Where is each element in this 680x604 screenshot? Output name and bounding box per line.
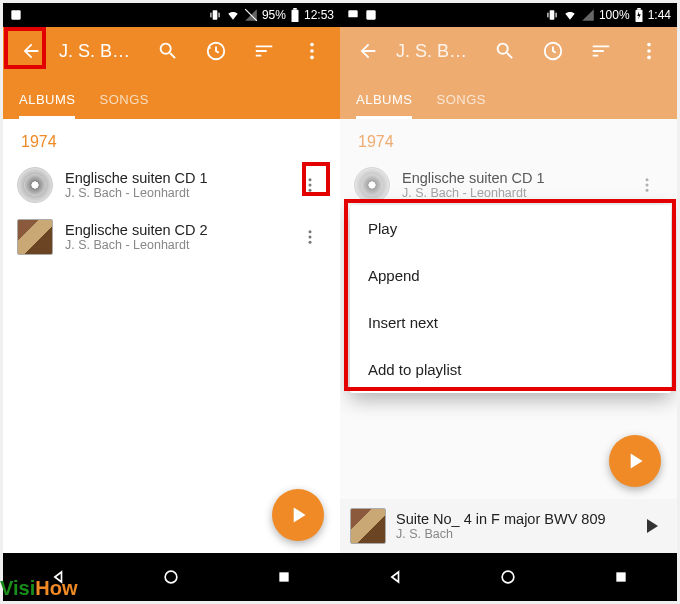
svg-point-8 [310,49,314,53]
history-button[interactable] [533,31,573,71]
back-button[interactable] [11,31,51,71]
svg-rect-24 [637,8,641,10]
svg-rect-18 [348,10,357,17]
svg-point-12 [309,189,312,192]
tab-songs[interactable]: SONGS [436,92,485,119]
menu-append[interactable]: Append [350,252,671,299]
item-more-button[interactable] [294,221,326,253]
menu-play[interactable]: Play [350,205,671,252]
svg-point-10 [309,178,312,181]
list-item-title: Englische suiten CD 1 [402,170,619,186]
svg-point-16 [166,571,178,583]
list-item[interactable]: Englische suiten CD 2 J. S. Bach - Leonh… [3,211,340,263]
svg-point-31 [646,189,649,192]
svg-rect-4 [291,10,298,22]
now-playing-art [350,508,386,544]
nav-recent[interactable] [264,557,304,597]
list-item[interactable]: Englische suiten CD 1 J. S. Bach - Leonh… [3,159,340,211]
svg-rect-17 [279,572,288,581]
wifi-icon [226,8,240,22]
play-icon [622,448,648,474]
watermark-b: How [35,577,77,599]
battery-icon [290,8,300,22]
more-vert-icon [638,176,656,194]
menu-insert-next[interactable]: Insert next [350,299,671,346]
page-title: J. S. Bach -... [396,41,477,62]
tab-bar: ALBUMS SONGS [3,75,340,119]
more-vert-icon [301,176,319,194]
section-year: 1974 [340,119,677,159]
watermark-a: Visi [0,577,35,599]
list-item-title: Englische suiten CD 2 [65,222,282,238]
search-button[interactable] [148,31,188,71]
list-item-subtitle: J. S. Bach - Leonhardt [402,186,619,200]
more-vert-icon [301,40,323,62]
svg-point-14 [309,236,312,239]
status-bar: 100% 1:44 [340,3,677,27]
svg-point-27 [647,49,651,53]
tab-albums[interactable]: ALBUMS [19,92,75,119]
tab-bar: ALBUMS SONGS [340,75,677,119]
svg-rect-0 [11,10,20,19]
item-more-button[interactable] [294,169,326,201]
play-fab[interactable] [272,489,324,541]
svg-rect-33 [616,572,625,581]
clock-text: 1:44 [648,8,671,22]
svg-point-26 [647,43,651,47]
now-playing-subtitle: J. S. Bach [396,527,625,541]
nav-back[interactable] [376,557,416,597]
svg-rect-20 [550,10,555,19]
tab-songs[interactable]: SONGS [99,92,148,119]
history-icon [542,40,564,62]
svg-point-29 [646,178,649,181]
history-button[interactable] [196,31,236,71]
svg-rect-2 [210,13,211,18]
now-playing-play[interactable] [635,510,667,542]
nav-home[interactable] [151,557,191,597]
play-icon [639,514,663,538]
phone-left: 95% 12:53 J. S. Bach -... ALBUMS SONGS 1… [3,3,340,601]
svg-point-13 [309,230,312,233]
more-vert-icon [638,40,660,62]
play-fab[interactable] [609,435,661,487]
svg-point-30 [646,184,649,187]
wifi-icon [563,8,577,22]
signal-icon [244,8,258,22]
sort-button[interactable] [244,31,284,71]
play-icon [285,502,311,528]
overflow-button[interactable] [292,31,332,71]
app-bar: J. S. Bach -... [340,27,677,75]
list-item[interactable]: Englische suiten CD 1 J. S. Bach - Leonh… [340,159,677,211]
clock-text: 12:53 [304,8,334,22]
battery-charging-icon [634,8,644,22]
app-bar: J. S. Bach -... [3,27,340,75]
svg-rect-21 [547,13,548,18]
list-item-subtitle: J. S. Bach - Leonhardt [65,186,282,200]
nav-recent[interactable] [601,557,641,597]
list-item-text: Englische suiten CD 1 J. S. Bach - Leonh… [65,170,282,200]
vibrate-icon [545,8,559,22]
phone-right: 100% 1:44 J. S. Bach -... ALBUMS SONGS 1… [340,3,677,601]
tab-albums[interactable]: ALBUMS [356,92,412,119]
svg-rect-22 [555,13,556,18]
list-item-text: Englische suiten CD 2 J. S. Bach - Leonh… [65,222,282,252]
album-art-icon [354,167,390,203]
battery-text: 100% [599,8,630,22]
album-art-icon [17,219,53,255]
search-icon [494,40,516,62]
item-more-button[interactable] [631,169,663,201]
search-button[interactable] [485,31,525,71]
sort-icon [590,40,612,62]
menu-add-playlist[interactable]: Add to playlist [350,346,671,393]
sort-button[interactable] [581,31,621,71]
svg-point-11 [309,184,312,187]
history-icon [205,40,227,62]
now-playing-bar[interactable]: Suite No_ 4 in F major BWV 809 J. S. Bac… [340,499,677,553]
section-year: 1974 [3,119,340,159]
back-button[interactable] [348,31,388,71]
nav-home[interactable] [488,557,528,597]
content-area: 1974 Englische suiten CD 1 J. S. Bach - … [3,119,340,553]
list-item-subtitle: J. S. Bach - Leonhardt [65,238,282,252]
overflow-button[interactable] [629,31,669,71]
signal-icon [581,8,595,22]
